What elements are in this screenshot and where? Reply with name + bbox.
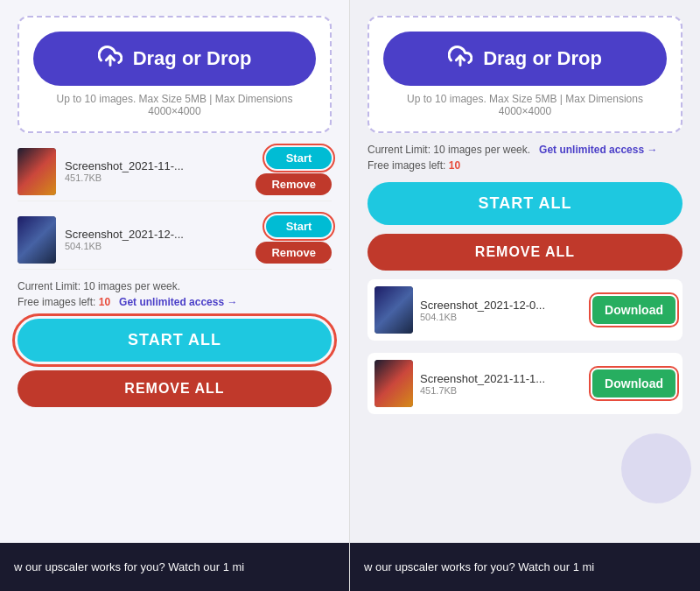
right-free-label: Free images left: [368, 159, 445, 172]
left-remove-button-1[interactable]: Remove [256, 173, 332, 195]
left-drop-zone[interactable]: Drag or Drop Up to 10 images. Max Size 5… [18, 16, 332, 133]
left-file-actions-1: Start Remove [256, 147, 332, 195]
right-drop-zone[interactable]: Drag or Drop Up to 10 images. Max Size 5… [368, 16, 682, 133]
left-file-item-2: Screenshot_2021-12-... 504.1KB Start Rem… [18, 210, 332, 270]
left-start-button-1[interactable]: Start [266, 147, 332, 169]
left-file-item-1: Screenshot_2021-11-... 451.7KB Start Rem… [18, 142, 332, 201]
left-bottom-video-bar: w our upscaler works for you? Watch our … [0, 543, 349, 591]
right-file-info-1: Screenshot_2021-12-0... 504.1KB [420, 299, 585, 322]
left-file-thumb-2 [18, 216, 56, 264]
left-limit-info: Current Limit: 10 images per week. Free … [18, 278, 332, 310]
right-file-item-1: Screenshot_2021-12-0... 504.1KB Download [368, 279, 682, 341]
right-panel: Drag or Drop Up to 10 images. Max Size 5… [350, 0, 700, 591]
upload-icon-right [448, 44, 472, 74]
right-remove-all-button[interactable]: REMOVE ALL [368, 234, 682, 271]
right-file-thumb-2 [374, 360, 413, 407]
left-drop-zone-info: Up to 10 images. Max Size 5MB | Max Dime… [33, 93, 316, 117]
right-limit-text: Current Limit: 10 images per week. [368, 144, 530, 156]
right-free-count: 10 [449, 159, 460, 172]
left-panel: Drag or Drop Up to 10 images. Max Size 5… [0, 0, 350, 591]
right-unlimited-link[interactable]: Get unlimited access → [539, 144, 657, 156]
left-file-info-1: Screenshot_2021-11-... 451.7KB [65, 159, 247, 183]
left-unlimited-link[interactable]: Get unlimited access → [119, 296, 237, 308]
right-file-info-2: Screenshot_2021-11-1... 451.7KB [420, 372, 585, 396]
left-file-size-2: 504.1KB [65, 241, 247, 251]
left-file-thumb-1 [18, 148, 56, 195]
right-drag-drop-button[interactable]: Drag or Drop [383, 32, 667, 86]
right-file-name-1: Screenshot_2021-12-0... [420, 299, 585, 312]
left-remove-button-2[interactable]: Remove [256, 242, 332, 264]
thumb-inner-1 [18, 148, 56, 195]
right-file-item-2: Screenshot_2021-11-1... 451.7KB Download [368, 353, 682, 414]
right-drag-drop-label: Drag or Drop [483, 47, 602, 70]
main-container: Drag or Drop Up to 10 images. Max Size 5… [0, 0, 700, 591]
right-drop-zone-info: Up to 10 images. Max Size 5MB | Max Dime… [383, 93, 667, 117]
left-file-info-2: Screenshot_2021-12-... 504.1KB [65, 228, 247, 251]
left-limit-text: Current Limit: 10 images per week. [18, 280, 180, 292]
left-start-button-2[interactable]: Start [266, 215, 332, 237]
thumb-inner-2 [18, 216, 56, 264]
right-start-all-button[interactable]: START ALL [368, 182, 682, 225]
left-start-all-button[interactable]: START ALL [18, 319, 332, 362]
upload-icon-left [98, 44, 122, 74]
left-file-size-1: 451.7KB [65, 172, 247, 183]
left-remove-all-button[interactable]: REMOVE ALL [18, 370, 332, 407]
right-file-thumb-1 [374, 286, 413, 334]
left-file-name-2: Screenshot_2021-12-... [65, 228, 247, 241]
left-bottom-text: w our upscaler works for you? Watch our … [14, 560, 244, 573]
right-file-name-2: Screenshot_2021-11-1... [420, 372, 585, 385]
right-file-size-2: 451.7KB [420, 385, 585, 396]
left-free-count: 10 [99, 296, 110, 308]
right-limit-info: Current Limit: 10 images per week. Get u… [368, 142, 682, 173]
right-thumb-inner-2 [374, 360, 413, 407]
left-file-actions-2: Start Remove [256, 215, 332, 264]
left-drag-drop-button[interactable]: Drag or Drop [33, 32, 316, 86]
right-bottom-text: w our upscaler works for you? Watch our … [364, 560, 594, 573]
right-file-size-1: 504.1KB [420, 312, 585, 322]
decorative-blob [621, 433, 691, 503]
right-thumb-inner-1 [374, 286, 413, 334]
right-download-button-2[interactable]: Download [592, 369, 676, 398]
left-drag-drop-label: Drag or Drop [133, 47, 252, 70]
right-download-button-1[interactable]: Download [592, 296, 676, 324]
left-file-name-1: Screenshot_2021-11-... [65, 159, 247, 172]
right-bottom-video-bar: w our upscaler works for you? Watch our … [350, 543, 700, 591]
left-free-label: Free images left: [18, 296, 95, 308]
